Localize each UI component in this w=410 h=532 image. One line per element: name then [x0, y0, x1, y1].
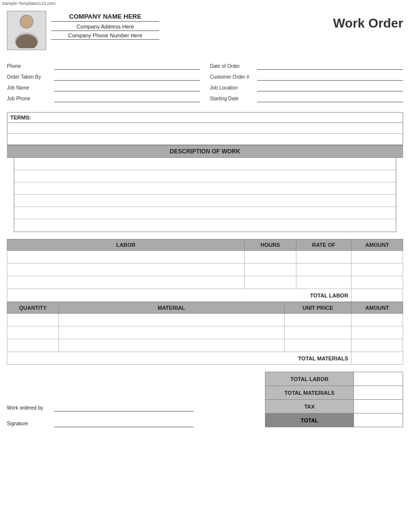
mat-row-2-mat	[59, 326, 284, 339]
labor-col-labor: LABOR	[7, 239, 245, 251]
work-ordered-by-label: Work ordered by	[7, 405, 51, 411]
order-taken-by-row: Order Taken By	[7, 73, 200, 81]
labor-col-rate: RATE OF	[296, 239, 351, 251]
total-labor-row: TOTAL LABOR	[7, 289, 403, 302]
company-phone: Company Phone Number Here	[51, 32, 159, 40]
labor-row-1	[7, 251, 403, 264]
labor-row-3-rate	[296, 276, 351, 289]
desc-row-1	[14, 158, 396, 170]
mat-row-1-qty	[7, 314, 59, 326]
mat-row-3-amount	[351, 339, 403, 352]
form-right: Date of Order Customer Order # Job Locat…	[210, 62, 403, 102]
customer-order-input[interactable]	[257, 73, 403, 81]
starting-date-input[interactable]	[257, 94, 403, 102]
header-left: COMPANY NAME HERE Company Address Here C…	[7, 11, 159, 50]
mat-row-2-amount	[351, 326, 403, 339]
totals-labor-value	[354, 372, 403, 386]
job-name-row: Job Name	[7, 84, 200, 91]
description-section: DESCRIPTION OF WORK	[7, 145, 403, 232]
labor-row-2-hours	[245, 264, 296, 276]
page-title: Work Order	[333, 11, 403, 31]
labor-col-amount: AMOUNT	[351, 239, 403, 251]
job-location-label: Job Location	[210, 85, 254, 90]
totals-row-total: TOTAL	[265, 414, 403, 427]
company-name: COMPANY NAME HERE	[51, 13, 159, 22]
mat-col-unit-price: UNIT PRICE	[284, 302, 351, 314]
order-taken-by-label: Order Taken By	[7, 74, 51, 80]
job-phone-row: Job Phone	[7, 94, 200, 102]
phone-input[interactable]	[54, 62, 200, 70]
mat-col-quantity: QUANTITY	[7, 302, 59, 314]
totals-total-label: TOTAL	[265, 414, 354, 427]
labor-row-2-amount	[351, 264, 403, 276]
labor-section: LABOR HOURS RATE OF AMOUNT	[7, 239, 403, 365]
desc-row-2	[14, 170, 396, 182]
job-location-row: Job Location	[210, 84, 403, 91]
mat-row-2-qty	[7, 326, 59, 339]
signature-line	[54, 419, 194, 427]
labor-row-3	[7, 276, 403, 289]
materials-table: QUANTITY MATERIAL UNIT PRICE AMOUNT	[7, 302, 403, 365]
form-left: Phone Order Taken By Job Name Job Phone	[7, 62, 200, 102]
labor-row-2-desc	[7, 264, 245, 276]
mat-row-3	[7, 339, 403, 352]
desc-row-5	[14, 207, 396, 219]
job-phone-label: Job Phone	[7, 96, 51, 101]
mat-row-3-qty	[7, 339, 59, 352]
labor-row-3-amount	[351, 276, 403, 289]
labor-row-1-desc	[7, 251, 245, 264]
order-taken-by-input[interactable]	[54, 73, 200, 81]
phone-row: Phone	[7, 62, 200, 70]
company-address: Company Address Here	[51, 24, 159, 31]
totals-row-materials: TOTAL MATERIALS	[265, 386, 403, 400]
labor-row-3-hours	[245, 276, 296, 289]
mat-row-1	[7, 314, 403, 326]
mat-row-3-mat	[59, 339, 284, 352]
terms-row-2	[7, 134, 403, 145]
labor-row-1-rate	[296, 251, 351, 264]
svg-point-2	[21, 16, 32, 28]
total-materials-value	[351, 352, 403, 365]
job-name-input[interactable]	[54, 84, 200, 91]
signature-area: Work ordered by Signature	[7, 404, 194, 427]
mat-row-1-mat	[59, 314, 284, 326]
total-materials-label: TOTAL MATERIALS	[7, 352, 351, 365]
totals-materials-value	[354, 386, 403, 400]
totals-tax-value	[354, 400, 403, 414]
work-ordered-by-row: Work ordered by	[7, 404, 194, 412]
date-of-order-row: Date of Order	[210, 62, 403, 70]
desc-row-4	[14, 195, 396, 207]
total-labor-label: TOTAL LABOR	[7, 289, 351, 302]
phone-label: Phone	[7, 63, 51, 69]
date-of-order-label: Date of Order	[210, 63, 254, 69]
mat-row-2	[7, 326, 403, 339]
job-phone-input[interactable]	[54, 94, 200, 102]
mat-row-2-unit	[284, 326, 351, 339]
total-materials-row: TOTAL MATERIALS	[7, 352, 403, 365]
terms-header: TERMS:	[7, 113, 403, 123]
header: COMPANY NAME HERE Company Address Here C…	[0, 7, 410, 52]
customer-order-row: Customer Order #	[210, 73, 403, 81]
totals-row-tax: TAX	[265, 400, 403, 414]
terms-section: TERMS:	[7, 112, 403, 145]
labor-table: LABOR HOURS RATE OF AMOUNT	[7, 239, 403, 302]
customer-order-label: Customer Order #	[210, 74, 254, 80]
mat-row-1-unit	[284, 314, 351, 326]
work-ordered-by-line	[54, 404, 194, 412]
terms-row-1	[7, 123, 403, 134]
desc-row-3	[14, 182, 396, 195]
signature-label: Signature	[7, 421, 51, 426]
date-of-order-input[interactable]	[257, 62, 403, 70]
desc-row-6	[14, 219, 396, 232]
totals-table: TOTAL LABOR TOTAL MATERIALS TAX TOTAL	[265, 372, 403, 427]
starting-date-label: Starting Date	[210, 96, 254, 101]
mat-row-1-amount	[351, 314, 403, 326]
form-section: Phone Order Taken By Job Name Job Phone …	[0, 52, 410, 107]
totals-materials-label: TOTAL MATERIALS	[265, 386, 354, 400]
labor-row-2-rate	[296, 264, 351, 276]
labor-row-3-desc	[7, 276, 245, 289]
labor-row-2	[7, 264, 403, 276]
labor-col-hours: HOURS	[245, 239, 296, 251]
labor-row-1-amount	[351, 251, 403, 264]
job-location-input[interactable]	[257, 84, 403, 91]
